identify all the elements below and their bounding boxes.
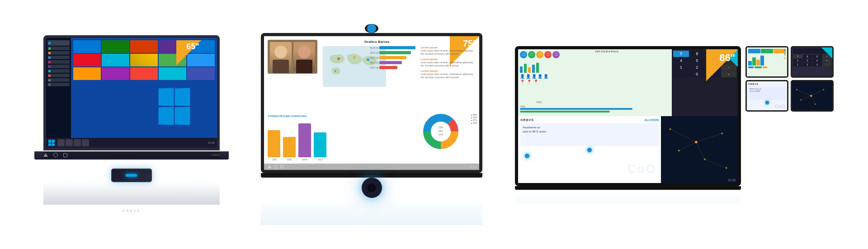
- tablet-2: 0 7 8 9 ÷ 4 5 6 × 1 2: [791, 46, 834, 78]
- recent-button[interactable]: [63, 153, 67, 157]
- svg-line-16: [679, 142, 696, 150]
- video-call-inset: [268, 40, 317, 74]
- laptop-left-sidebar: [46, 38, 71, 138]
- tablet-3: ORBVS Atualmente seaula no MCS CoO: [745, 80, 788, 112]
- monitor-map: 10:30: [661, 116, 738, 183]
- svg-point-28: [796, 89, 797, 90]
- tablets-top-row: 1 2 3 0: [745, 46, 834, 78]
- svg-point-21: [704, 158, 706, 160]
- laptop-accessories: [111, 169, 152, 182]
- display-reflection: [261, 198, 482, 225]
- right-section: 86" ⬡ ⬡ ⬡ ⬡ ⬡: [515, 46, 834, 203]
- display-75-device: 75" Grafico Barras: [261, 24, 482, 225]
- svg-line-14: [696, 133, 722, 142]
- display-android-bar: ORBVS 10:30: [264, 164, 479, 170]
- svg-point-29: [810, 94, 812, 97]
- windows-logo: [158, 88, 190, 124]
- laptop-device: 65": [34, 35, 229, 214]
- svg-point-1: [337, 57, 340, 60]
- tablet-2-screen: 0 7 8 9 ÷ 4 5 6 × 1 2: [792, 47, 832, 76]
- svg-point-32: [800, 99, 802, 100]
- svg-point-23: [726, 167, 727, 169]
- display-back[interactable]: [268, 165, 271, 168]
- bar-chart: CONSECTETUER ADIPISCING JAN FEB MAR AGO: [268, 115, 340, 161]
- laptop-reflection: [43, 182, 220, 205]
- laptop-dongle: [111, 169, 152, 182]
- display-home[interactable]: [274, 165, 278, 169]
- display-stand-connector: [365, 24, 378, 33]
- laptop-time: 10:30: [208, 141, 215, 144]
- svg-text:37%: 37%: [439, 133, 443, 136]
- speaker-device: [362, 178, 382, 198]
- display-recent[interactable]: [280, 165, 283, 168]
- main-container: 65": [0, 0, 868, 249]
- display-75-content: 75" Grafico Barras: [264, 36, 479, 170]
- svg-text:25%: 25%: [439, 126, 443, 129]
- home-button[interactable]: [53, 153, 58, 157]
- taskbar: 10:30: [46, 138, 217, 148]
- horizontal-bars: TEXT 01 TEXT 02 TEXT 03 TEXT 04: [368, 46, 420, 69]
- laptop-android-bar: ORBVS: [43, 152, 220, 158]
- chart-title: Grafico Barras: [364, 40, 390, 44]
- monitor-86-screen: 86" ⬡ ⬡ ⬡ ⬡ ⬡: [515, 46, 741, 186]
- donut-chart: 25% 25% 37% ● 25% ● 25% ● 37% ● 13%: [420, 111, 470, 161]
- svg-point-4: [335, 70, 336, 72]
- laptop-screen-content: 65": [46, 38, 217, 148]
- svg-point-30: [823, 89, 824, 90]
- tablets-row: 1 2 3 0: [745, 46, 834, 112]
- size-label-86: 86": [719, 52, 735, 64]
- tablet-4-screen: [792, 81, 832, 110]
- tablet-1-screen: 1 2 3: [747, 47, 787, 76]
- svg-line-25: [811, 89, 823, 96]
- monitor-infographic: ⬡ ⬡ ⬡ ⬡ ⬡: [518, 49, 672, 116]
- tablet-3-screen: ORBVS Atualmente seaula no MCS CoO: [747, 81, 787, 110]
- laptop-screen: 65": [43, 35, 220, 150]
- laptop-brand: ORBVS: [212, 154, 220, 156]
- tablets-bottom-row: ORBVS Atualmente seaula no MCS CoO: [745, 80, 834, 112]
- monitor-86-footer: [515, 186, 741, 190]
- display-time: 10:30: [469, 165, 476, 168]
- monitor-reflection: [515, 190, 741, 203]
- svg-point-31: [815, 103, 816, 104]
- svg-line-24: [797, 89, 811, 96]
- svg-line-27: [801, 96, 811, 100]
- svg-point-20: [721, 132, 723, 134]
- size-badge-86: 86": [706, 49, 738, 81]
- back-button[interactable]: [43, 153, 48, 157]
- svg-point-19: [695, 141, 698, 143]
- svg-line-26: [811, 96, 815, 104]
- size-label-65: 65": [186, 42, 199, 52]
- tablet-4: [791, 80, 834, 112]
- monitor-form-panel: ORBVS ALUVION Atualmente seaula no MCS a…: [518, 116, 661, 183]
- display-75-footer: [261, 173, 482, 178]
- svg-line-17: [705, 159, 726, 168]
- size-badge-65: 65": [176, 40, 201, 65]
- display-75-screen: 75" Grafico Barras: [261, 33, 482, 173]
- svg-line-15: [696, 142, 705, 159]
- coo-text: CoO: [627, 162, 656, 176]
- svg-text:25%: 25%: [439, 130, 443, 132]
- svg-point-2: [353, 56, 356, 59]
- lorem-text-list: Lorem ipsum Lorem ipsum dolor sit amet, …: [420, 46, 475, 81]
- monitor-86-device: 86" ⬡ ⬡ ⬡ ⬡ ⬡: [515, 46, 741, 203]
- laptop-brand-label: ORBVS: [123, 206, 141, 214]
- monitor-map-time: 10:30: [728, 179, 736, 182]
- laptop-wrapper: 65": [34, 35, 229, 166]
- svg-point-22: [678, 150, 680, 151]
- display-brand-bar: ORBVS: [369, 165, 383, 168]
- svg-point-18: [670, 128, 671, 130]
- tablet-1: 1 2 3: [745, 46, 788, 78]
- svg-line-13: [670, 129, 696, 142]
